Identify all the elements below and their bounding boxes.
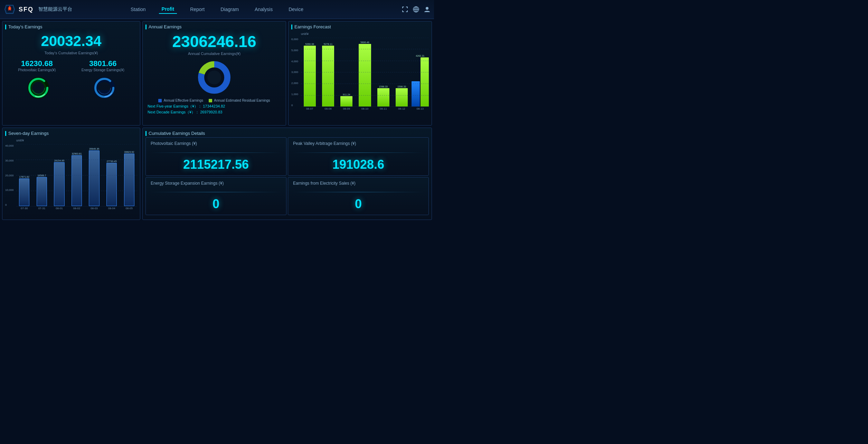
user-icon[interactable] — [424, 6, 431, 13]
sy-20000: 20,000 — [5, 174, 13, 177]
bar-value-label: 18589.7 — [37, 174, 46, 177]
seven-day-bar-group: 17671.8207-30 — [16, 148, 32, 210]
seven-day-bar-group: 35945.3508-03 — [86, 148, 102, 210]
sy-30000: 30,000 — [5, 159, 13, 162]
forecast-bars-container: 5290.3808-075278.1108-08911.2408-095606.… — [301, 41, 429, 110]
forecast-chart-area: unit/¥ 6,000 5,000 4,000 3,000 2,000 1,0… — [291, 32, 429, 110]
forecast-bar — [304, 46, 316, 107]
seven-day-bar — [89, 150, 99, 206]
seven-day-bar — [37, 177, 47, 206]
seven-day-bar — [72, 155, 82, 206]
pv-earnings-label: Photovoltaic Earnings(¥) — [18, 68, 56, 72]
cumulative-earnings-panel: Cumulative Earnings Details Photovoltaic… — [142, 128, 432, 220]
pva-divider — [293, 152, 424, 153]
nav-analysis[interactable]: Analysis — [252, 5, 275, 13]
forecast-date-label: 08-09 — [343, 107, 350, 110]
pva-cum-label: Peak Valley Arbitrage Earnings (¥) — [293, 141, 424, 146]
todays-cumulative-label: Today's Cumulative Earnings(¥) — [5, 51, 137, 55]
svg-point-6 — [426, 7, 428, 10]
forecast-bar-group: 911.2408-09 — [338, 41, 355, 110]
todays-cumulative-value: 20032.34 — [5, 33, 137, 49]
y-3000: 3,000 — [291, 71, 298, 74]
expand-icon[interactable] — [402, 6, 408, 13]
annual-legend: Annual Effective Earnings Annual Estimat… — [145, 99, 283, 102]
seven-day-title: Seven-day Earnings — [5, 131, 137, 136]
logo-area: SFQ 智慧能源云平台 — [3, 3, 79, 16]
pv-earnings-col: 16230.68 Photovoltaic Earnings(¥) — [18, 59, 56, 72]
bar-date-label: 07-31 — [38, 207, 45, 210]
bar-date-label: 08-05 — [126, 207, 133, 210]
forecast-bar-group: 5606.4608-10 — [356, 41, 374, 110]
earnings-sub-row: 16230.68 Photovoltaic Earnings(¥) 3801.6… — [5, 59, 137, 72]
es-earnings-label: Energy Storage Earnings(¥) — [82, 68, 124, 72]
es-earnings-col: 3801.66 Energy Storage Earnings(¥) — [82, 59, 124, 72]
forecast-bar-group: 4262.2108-13 — [412, 41, 429, 110]
annual-cumulative-label: Annual Cumulative Earnings(¥) — [145, 52, 283, 56]
todays-earnings-title: Today's Earnings — [5, 24, 137, 29]
header: SFQ 智慧能源云平台 Station Profit Report Diagra… — [0, 0, 434, 19]
bar-date-label: 08-04 — [108, 207, 115, 210]
seven-day-panel: Seven-day Earnings unit/¥ 40,000 30,000 … — [2, 128, 140, 220]
forecast-date-label: 08-11 — [380, 107, 387, 110]
sy-10000: 10,000 — [5, 188, 13, 192]
ese-cum-card: Energy Storage Expansion Earnings (¥) 0 — [145, 177, 286, 215]
bar-value-label: 35945.35 — [89, 148, 99, 150]
forecast-bar — [396, 88, 408, 107]
logo-subtitle: 智慧能源云平台 — [38, 6, 72, 12]
five-year-row: Next Five-year Earnings（¥）： 17344234.82 — [148, 104, 281, 109]
nav-diagram[interactable]: Diagram — [218, 5, 242, 13]
forecast-bar-group: 5290.3808-07 — [301, 41, 318, 110]
decade-row: Next Decade Earnings（¥）： 26979920.83 — [148, 110, 281, 115]
els-divider — [293, 192, 424, 192]
seven-day-bar — [106, 163, 117, 206]
forecast-date-label: 08-07 — [306, 107, 313, 110]
ese-cum-label: Energy Storage Expansion Earnings (¥) — [151, 181, 281, 186]
nav-device[interactable]: Device — [286, 5, 306, 13]
pv-cum-card: Photovoltaic Earnings (¥) 2115217.56 — [145, 137, 286, 175]
earnings-forecast-title: Earnings Forecast — [291, 24, 429, 29]
pv-divider — [151, 152, 281, 153]
seven-day-bar — [124, 154, 134, 206]
seven-day-bar — [19, 178, 29, 206]
annual-earnings-panel: Annual Earnings 2306246.16 Annual Cumula… — [142, 21, 286, 126]
forecast-date-label: 08-08 — [324, 107, 331, 110]
bar-date-label: 08-01 — [56, 207, 63, 210]
es-earnings-value: 3801.66 — [82, 59, 124, 68]
pv-earnings-value: 16230.68 — [18, 59, 56, 68]
seven-day-chart-area: unit/¥ 40,000 30,000 20,000 10,000 0 176… — [5, 139, 137, 210]
els-cum-value: 0 — [293, 197, 424, 211]
cumulative-title: Cumulative Earnings Details — [145, 131, 429, 137]
pv-ring-icon — [25, 75, 52, 102]
bar-value-label: 32563.81 — [72, 152, 82, 155]
forecast-bar-group: 1598.3308-12 — [393, 41, 410, 110]
pva-cum-value: 191028.6 — [293, 157, 424, 172]
logo-brand: SFQ — [19, 6, 34, 13]
ese-divider — [151, 192, 281, 192]
els-cum-card: Earnings from Electricity Sales (¥) 0 — [288, 177, 429, 215]
forecast-bar — [377, 88, 389, 107]
globe-icon[interactable] — [413, 6, 419, 13]
pv-cum-value: 2115217.56 — [151, 157, 281, 172]
y-1000: 1,000 — [291, 93, 298, 96]
nav-profit[interactable]: Profit — [159, 5, 177, 14]
sy-40000: 40,000 — [5, 144, 13, 147]
nav-report[interactable]: Report — [187, 5, 207, 13]
y-2000: 2,000 — [291, 82, 298, 85]
y-5000: 5,000 — [291, 49, 298, 52]
forecast-bar-group: 1598.3308-11 — [375, 41, 392, 110]
pva-cum-card: Peak Valley Arbitrage Earnings (¥) 19102… — [288, 137, 429, 175]
els-cum-label: Earnings from Electricity Sales (¥) — [293, 181, 424, 186]
bar-value-label: 27730.45 — [107, 160, 117, 163]
nav-station[interactable]: Station — [128, 5, 149, 13]
legend-estimated: Annual Estimated Residual Earnings — [209, 99, 270, 102]
forecast-bar — [340, 96, 352, 107]
bar-value-label: 17671.82 — [19, 176, 29, 178]
forecast-bar — [359, 44, 371, 107]
forecast-unit: unit/¥ — [301, 32, 429, 36]
bar-date-label: 07-30 — [21, 207, 28, 210]
es-ring-icon — [91, 75, 118, 102]
bar-value-label: 33823.92 — [124, 151, 134, 153]
seven-day-bar-group: 33823.9208-05 — [121, 148, 137, 210]
main-content: Today's Earnings 20032.34 Today's Cumula… — [0, 19, 434, 222]
bar-date-label: 08-03 — [91, 207, 97, 210]
